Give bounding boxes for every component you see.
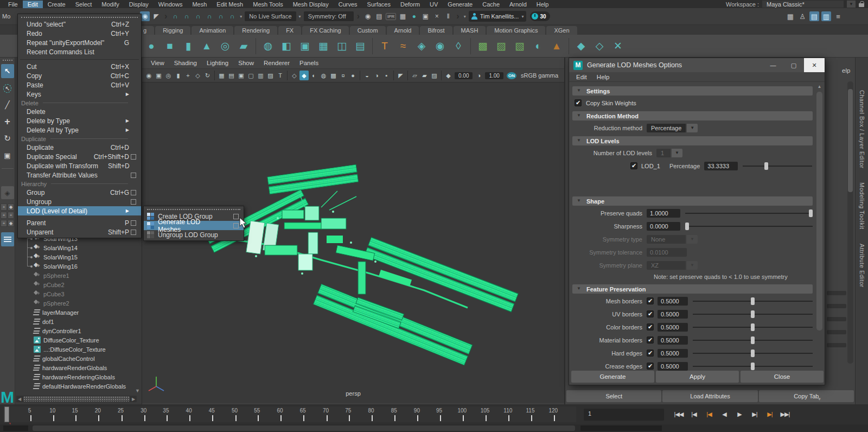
scroll-left-icon[interactable]: ◀: [16, 397, 23, 402]
attribute-editor-button[interactable]: Select: [566, 390, 661, 402]
feature-checkbox[interactable]: ✔: [647, 336, 654, 344]
option-box[interactable]: [233, 214, 239, 219]
refresh-icon[interactable]: ↻: [203, 71, 212, 80]
option-box[interactable]: [131, 199, 136, 205]
slider-handle[interactable]: [685, 223, 689, 230]
outliner-hscrollbar[interactable]: ◀ ▶: [16, 396, 137, 402]
viewport-field[interactable]: 1.00: [485, 72, 503, 79]
sidebar-vertical-tab[interactable]: Modeling Toolkit: [859, 182, 865, 230]
value-field[interactable]: 0.5000: [658, 323, 688, 332]
snap-curve-icon[interactable]: ∩: [182, 11, 192, 21]
sidebar-vertical-tab[interactable]: Attribute Editor: [859, 244, 865, 288]
viewport-menu-item[interactable]: Lighting: [202, 60, 233, 66]
use-all-lights-icon[interactable]: ◍: [319, 71, 328, 80]
shelf-tab[interactable]: Rendering: [234, 26, 277, 35]
poly-plane-icon[interactable]: ▰: [235, 38, 252, 54]
xray-icon[interactable]: ◒: [362, 71, 372, 80]
dialog-titlebar[interactable]: M Generate LOD Meshes Options — ▢ ✕: [569, 58, 825, 72]
dialog-button[interactable]: Generate: [571, 371, 654, 383]
menu-item[interactable]: Ungroup: [18, 197, 141, 206]
dropdown-caret-icon[interactable]: ▼: [687, 124, 698, 132]
menubar-item[interactable]: Help: [532, 1, 554, 8]
menubar-item[interactable]: Create: [43, 1, 71, 8]
poly-torus-icon[interactable]: ◎: [217, 38, 233, 54]
bevel-icon[interactable]: ▤: [352, 38, 368, 54]
status-field[interactable]: No Live Surface: [245, 11, 296, 21]
user-account-chip[interactable]: Tim Kanellits...▾: [469, 11, 527, 22]
multi-cut-icon[interactable]: ▦: [315, 38, 331, 54]
sphere-project-icon[interactable]: ◉: [432, 38, 448, 54]
outliner-item[interactable]: pSphere2: [15, 298, 142, 308]
menu-item[interactable]: Delete by Type ▶: [18, 116, 141, 125]
layout-two-pane-button[interactable]: +: [8, 212, 14, 219]
menubar-item[interactable]: Select: [71, 1, 97, 8]
boolean-union-icon[interactable]: ◧: [278, 38, 295, 54]
shelf-tab[interactable]: FX: [278, 26, 301, 35]
layout-four-pane-button[interactable]: +: [1, 212, 7, 219]
dropdown-caret-icon[interactable]: ▾: [298, 14, 302, 19]
constraint-icon[interactable]: ✕: [610, 38, 626, 54]
safe-title-icon[interactable]: T: [276, 71, 285, 80]
menubar-item[interactable]: Surfaces: [362, 1, 395, 8]
feature-checkbox[interactable]: ✔: [647, 323, 654, 331]
value-field[interactable]: 1.0000: [647, 209, 680, 218]
viewport-field[interactable]: 0.00: [455, 72, 473, 79]
slider-handle[interactable]: [809, 209, 813, 217]
outliner-item[interactable]: SolarWing14: [15, 243, 142, 252]
scroll-down-icon[interactable]: ▼: [816, 397, 823, 403]
shelf-tab[interactable]: Motion Graphics: [487, 26, 545, 35]
viewport-menu-item[interactable]: Panels: [295, 60, 323, 66]
outliner-item[interactable]: hardwareRenderingGlobals: [15, 372, 142, 382]
layout-persp-outliner-button[interactable]: ◆: [8, 204, 14, 211]
make-live-icon[interactable]: ∩: [227, 11, 237, 21]
mash-grid-icon[interactable]: ▩: [475, 38, 491, 54]
menu-item[interactable]: Keys ▶: [18, 90, 141, 99]
lod1-checkbox[interactable]: ✔: [630, 162, 637, 169]
option-box[interactable]: [131, 230, 136, 235]
copy-view-icon[interactable]: ▱: [410, 71, 419, 80]
feature-preservation-section-header[interactable]: Feature Preservation: [572, 284, 813, 294]
outliner-item[interactable]: pCube2: [15, 280, 142, 289]
shelf-tab[interactable]: Bifrost: [420, 26, 452, 35]
menubar-item[interactable]: Curves: [334, 1, 362, 8]
step-back-frame-button[interactable]: |◀: [687, 408, 701, 421]
menubar-item[interactable]: Mesh Tools: [248, 1, 288, 8]
dialog-button[interactable]: Close: [741, 371, 824, 383]
option-box[interactable]: [131, 173, 136, 178]
xgen-icon[interactable]: ▲: [548, 38, 565, 54]
menu-item[interactable]: Repeat "unityExportModel" G: [18, 38, 141, 47]
snap-view-plane-icon[interactable]: ∩: [216, 11, 226, 21]
scroll-thumb[interactable]: [816, 92, 822, 331]
timeline-ruler[interactable]: 5 10 15 20 25 30 35: [3, 406, 576, 422]
lock-camera-icon[interactable]: ▣: [154, 71, 163, 80]
paint-effects-icon[interactable]: ◐: [530, 38, 546, 54]
menu-item[interactable]: Unparent Shift+P: [18, 227, 141, 237]
scroll-up-icon[interactable]: ▲: [816, 84, 823, 91]
poly-cylinder-icon[interactable]: ▮: [180, 38, 196, 54]
type-tool-icon[interactable]: T: [376, 38, 393, 54]
menu-item[interactable]: Delete: [18, 99, 141, 107]
menu-item[interactable]: Hierarchy: [18, 180, 141, 188]
snap-grid-icon[interactable]: ∩: [170, 11, 180, 21]
value-field[interactable]: 0.5000: [658, 310, 688, 319]
menubar-item[interactable]: Display: [124, 1, 154, 8]
outliner-item[interactable]: globalCacheControl: [15, 354, 142, 363]
option-box[interactable]: [131, 154, 136, 160]
workspace-caret-icon[interactable]: ▼: [847, 1, 856, 8]
viewport-canvas[interactable]: persp: [142, 82, 564, 403]
node-editor-icon[interactable]: ×: [432, 11, 442, 21]
outliner-item[interactable]: defaultHardwareRenderGlobals: [15, 382, 142, 391]
dialog-menu-item[interactable]: Edit: [572, 74, 591, 80]
last-tool-button[interactable]: ◈: [1, 186, 14, 199]
pause-icon[interactable]: ‖: [443, 11, 453, 21]
play-forwards-button[interactable]: ▶: [732, 408, 746, 421]
outliner-item[interactable]: dof1: [15, 317, 142, 326]
reduction-method-dropdown[interactable]: Percentage ▼: [647, 124, 698, 132]
outliner-item[interactable]: pSphere1: [15, 271, 142, 280]
menu-item[interactable]: [20, 56, 139, 60]
menubar-item[interactable]: Edit: [23, 1, 43, 8]
curve-warp-icon[interactable]: ≈: [395, 38, 411, 54]
scroll-right-icon[interactable]: ▶: [130, 397, 137, 402]
slider-handle[interactable]: [751, 297, 755, 305]
close-button[interactable]: ✕: [804, 58, 825, 72]
